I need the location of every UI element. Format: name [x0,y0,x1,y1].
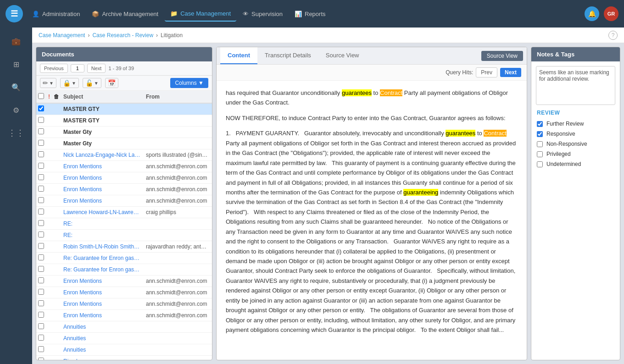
flag-cell [46,218,52,230]
undetermined-checkbox[interactable] [537,161,543,167]
row-checkbox[interactable] [38,232,44,237]
row-checkbox[interactable] [38,254,44,260]
from-cell [143,264,212,276]
table-row[interactable]: Enron Mentions ann.schmidt@enron.com [36,276,212,287]
row-checkbox[interactable] [38,105,44,111]
from-cell: ann.schmidt@enron.com [143,195,212,207]
row-checkbox[interactable] [38,140,44,146]
responsive-checkbox[interactable] [537,131,543,137]
table-row[interactable]: Nick Lanoza-Engage-Nick Lano... sports i… [36,149,212,161]
sidebar-icon-dots[interactable]: ⋮⋮ [8,125,24,141]
row-checkbox[interactable] [38,243,44,249]
table-row[interactable]: Annuities [36,344,212,356]
breadcrumb-case-research[interactable]: Case Research - Review [92,32,153,39]
row-checkbox[interactable] [38,128,44,134]
row-checkbox[interactable] [38,289,44,295]
nav-logo[interactable]: ☰ [6,5,23,22]
delete-cell [52,161,61,172]
table-row[interactable]: Enron Mentions ann.schmidt@enron.com [36,195,212,207]
table-row[interactable]: Annuities [36,321,212,333]
nav-right: 🔔 GR [585,6,618,21]
calendar-icon[interactable]: 📅 [105,78,118,88]
table-row[interactable]: Enron Mentions ann.schmidt@enron.com [36,287,212,298]
row-checkbox[interactable] [38,300,44,306]
table-row[interactable]: MASTER GTY [36,103,212,115]
help-icon[interactable]: ? [608,31,618,40]
sidebar-icon-grid[interactable]: ⊞ [8,56,24,72]
table-row[interactable]: RE: [36,230,212,241]
content-panel: Content Transcript Details Source View S… [216,47,527,360]
select-all-checkbox[interactable] [38,93,44,99]
next-query-button[interactable]: Next [500,68,521,77]
source-view-button[interactable]: Source View [481,51,523,61]
table-row[interactable]: Ring language [36,356,212,360]
sidebar-icon-search[interactable]: 🔍 [8,79,24,95]
subject-cell: Enron Mentions [61,172,143,184]
nav-item-archive[interactable]: 📦 Archive Management [86,7,164,21]
breadcrumb-current: Litigation [161,32,183,39]
table-row[interactable]: Re: Guarantee for Enron gas co... [36,253,212,264]
edit-icon[interactable]: ✏ ▼ [40,78,56,88]
table-row[interactable]: Re: Guarantee for Enron gas co... [36,264,212,276]
flag-cell [46,356,52,360]
row-checkbox[interactable] [38,335,44,341]
table-row[interactable]: Lawrence Howard-LN-Lawrenc... craig phil… [36,207,212,218]
tab-source[interactable]: Source View [318,47,367,64]
table-row[interactable]: Enron Mentions ann.schmidt@enron.com [36,161,212,172]
table-row[interactable]: Robin Smith-LN-Robin Smith |... rajavard… [36,241,212,253]
tab-transcript[interactable]: Transcript Details [257,47,318,64]
page-input[interactable] [71,64,84,72]
row-checkbox[interactable] [38,174,44,180]
table-row[interactable]: Enron Mentions ann.schmidt@enron.com [36,184,212,195]
query-hits-label: Query Hits: [446,69,473,76]
table-row[interactable]: Enron Mentions ann.schmidt@enron.com [36,310,212,321]
columns-button[interactable]: Columns ▼ [170,78,208,88]
flag-cell [46,138,52,149]
nav-item-supervision[interactable]: 👁 Supervision [237,7,288,21]
flag-cell [46,253,52,264]
lock-icon[interactable]: 🔒 ▼ [60,78,79,88]
row-checkbox[interactable] [38,277,44,283]
unlock-icon[interactable]: 🔓 ▼ [83,78,101,88]
row-checkbox[interactable] [38,358,44,360]
row-checkbox[interactable] [38,346,44,352]
sidebar-icon-briefcase[interactable]: 💼 [8,33,24,50]
row-checkbox[interactable] [38,186,44,192]
non-responsive-checkbox[interactable] [537,141,543,147]
delete-cell [52,207,61,218]
row-checkbox[interactable] [38,117,44,123]
prev-button[interactable]: Previous [40,64,68,73]
breadcrumb-case-mgmt[interactable]: Case Management [39,32,85,39]
table-row[interactable]: MASTER GTY [36,115,212,127]
row-checkbox[interactable] [38,151,44,157]
next-button[interactable]: Next [87,64,106,73]
row-checkbox[interactable] [38,197,44,203]
table-row[interactable]: Enron Mentions ann.schmidt@enron.com [36,172,212,184]
table-row[interactable]: Enron Mentions ann.schmidt@enron.com [36,298,212,310]
row-checkbox[interactable] [38,209,44,215]
table-row[interactable]: Annuities [36,333,212,344]
row-checkbox[interactable] [38,323,44,329]
notes-textarea[interactable] [536,66,615,105]
row-checkbox[interactable] [38,266,44,272]
table-row[interactable]: RE: [36,218,212,230]
nav-item-reports[interactable]: 📊 Reports [289,7,331,21]
table-row[interactable]: Master Gty [36,138,212,149]
page-info: 1 - 39 of 39 [108,66,134,71]
nav-item-administration[interactable]: 👤 Administration [27,7,85,21]
notification-bell[interactable]: 🔔 [585,6,599,21]
table-row[interactable]: Master Gty [36,127,212,138]
prev-query-button[interactable]: Prev [476,67,497,77]
user-avatar[interactable]: GR [604,6,618,21]
tab-content[interactable]: Content [220,47,257,64]
row-checkbox[interactable] [38,312,44,318]
row-checkbox[interactable] [38,163,44,169]
from-cell: craig phillips [143,207,212,218]
privileged-checkbox[interactable] [537,151,543,157]
flag-cell [46,103,52,115]
further-review-checkbox[interactable] [537,121,543,127]
nav-item-case[interactable]: 📁 Case Management [165,6,236,22]
sidebar-icon-settings[interactable]: ⚙ [8,102,24,118]
row-checkbox[interactable] [38,220,44,226]
from-cell [143,218,212,230]
